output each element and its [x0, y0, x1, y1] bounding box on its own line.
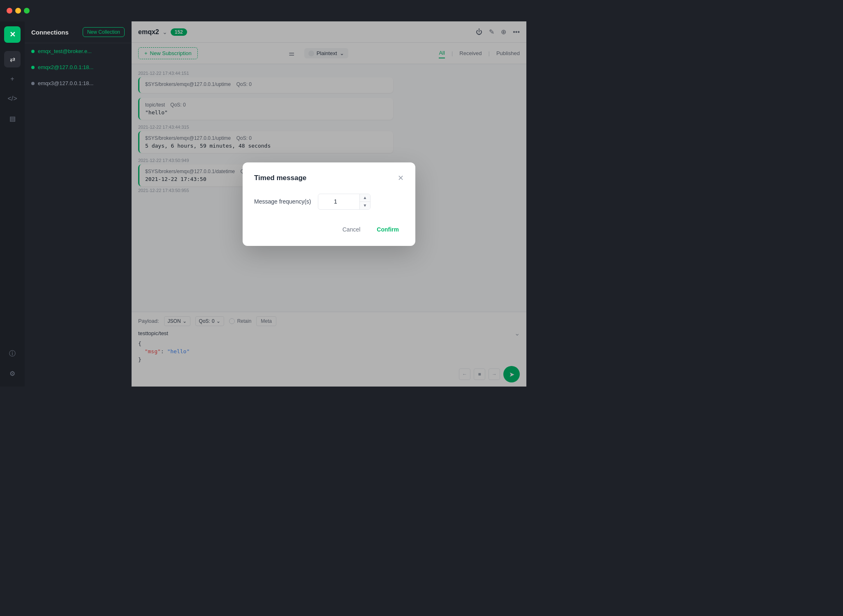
- connection-status-dot-3: [31, 82, 35, 85]
- app-logo: ✕: [4, 26, 21, 43]
- sidebar-item-settings[interactable]: ⚙: [4, 365, 21, 382]
- modal-footer: Cancel Confirm: [254, 223, 404, 236]
- connection-name-2: emqx2@127.0.0.1:18...: [38, 64, 93, 70]
- main-content: emqx2 ⌄ 152 ⏻ ✎ ⊕ ••• + New Subscription…: [132, 21, 526, 387]
- modal-header: Timed message ✕: [254, 174, 404, 182]
- connections-title: Connections: [31, 29, 69, 36]
- minimize-traffic-light[interactable]: [15, 8, 21, 14]
- sidebar-item-database[interactable]: ▤: [4, 110, 21, 127]
- cancel-button[interactable]: Cancel: [338, 223, 366, 236]
- frequency-row: Message frequency(s) ▲ ▼: [254, 194, 404, 210]
- connection-item-3[interactable]: emqx3@127.0.0.1:18...: [25, 75, 131, 91]
- new-collection-button[interactable]: New Collection: [83, 27, 125, 37]
- connection-item-1[interactable]: emqx_test@broker.e...: [25, 43, 131, 59]
- connection-item-2[interactable]: emqx2@127.0.0.1:18...: [25, 59, 131, 75]
- sidebar-bottom: ⓘ ⚙: [4, 345, 21, 382]
- connections-panel: Connections New Collection emqx_test@bro…: [25, 21, 132, 387]
- spinner-up-button[interactable]: ▲: [360, 194, 371, 202]
- connection-name-1: emqx_test@broker.e...: [38, 48, 92, 54]
- modal-overlay: Timed message ✕ Message frequency(s) ▲ ▼: [132, 21, 526, 387]
- close-traffic-light[interactable]: [7, 8, 12, 14]
- traffic-lights: [7, 8, 30, 14]
- frequency-input-wrapper: ▲ ▼: [318, 194, 371, 210]
- modal-body: Message frequency(s) ▲ ▼: [254, 194, 404, 210]
- number-spinners: ▲ ▼: [359, 194, 371, 209]
- maximize-traffic-light[interactable]: [24, 8, 30, 14]
- sidebar-item-info[interactable]: ⓘ: [4, 345, 21, 362]
- icon-sidebar: ✕ ⇄ + </> ▤ ⓘ ⚙: [0, 21, 25, 387]
- confirm-button[interactable]: Confirm: [372, 223, 404, 236]
- titlebar: [0, 0, 526, 21]
- frequency-input[interactable]: [318, 195, 359, 208]
- spinner-down-button[interactable]: ▼: [360, 202, 371, 209]
- connection-status-dot-1: [31, 50, 35, 53]
- modal-title: Timed message: [254, 174, 306, 182]
- sidebar-item-code[interactable]: </>: [4, 90, 21, 107]
- connection-status-dot-2: [31, 66, 35, 69]
- sidebar-item-connections[interactable]: ⇄: [4, 51, 21, 67]
- connections-header: Connections New Collection: [25, 21, 131, 43]
- connection-name-3: emqx3@127.0.0.1:18...: [38, 80, 93, 86]
- frequency-label: Message frequency(s): [254, 198, 311, 205]
- sidebar-item-add[interactable]: +: [4, 71, 21, 87]
- app-layout: ✕ ⇄ + </> ▤ ⓘ ⚙ Connections New Collecti…: [0, 21, 526, 387]
- modal-close-button[interactable]: ✕: [398, 174, 404, 182]
- timed-message-modal: Timed message ✕ Message frequency(s) ▲ ▼: [243, 162, 415, 246]
